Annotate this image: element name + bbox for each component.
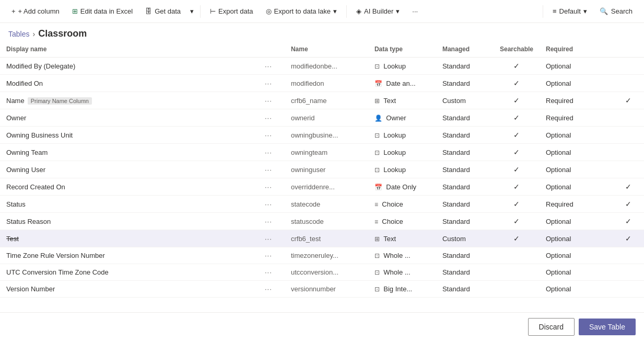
cell-actions[interactable]: ··· xyxy=(259,144,285,161)
cell-managed: Standard xyxy=(436,247,494,264)
cell-actions[interactable]: ··· xyxy=(259,75,285,92)
cell-check2 xyxy=(613,161,644,178)
cell-actions[interactable]: ··· xyxy=(259,178,285,196)
cell-data-type: ⊡ Whole ... xyxy=(368,247,436,264)
cell-searchable xyxy=(494,281,540,298)
table-row[interactable]: Status···statecode≡ ChoiceStandard✓Requi… xyxy=(0,196,644,213)
check-icon: ✓ xyxy=(513,148,520,156)
table-row[interactable]: NamePrimary Name Column···crfb6_name⊞ Te… xyxy=(0,92,644,109)
type-icon: ⊡ xyxy=(374,166,381,174)
table-row[interactable]: Time Zone Rule Version Number···timezone… xyxy=(0,247,644,264)
col-header-managed: Managed xyxy=(436,41,494,58)
search-icon: 🔍 xyxy=(600,7,608,15)
cell-display-name: UTC Conversion Time Zone Code xyxy=(0,264,259,281)
table-row[interactable]: Modified On···modifiedon📅 Date an...Stan… xyxy=(0,75,644,92)
cell-required: Optional xyxy=(540,178,613,196)
table-row[interactable]: Owning Business Unit···owningbusine...⊡ … xyxy=(0,127,644,144)
chevron-down-icon: ▾ xyxy=(190,7,194,15)
cell-managed: Standard xyxy=(436,75,494,92)
cell-actions[interactable]: ··· xyxy=(259,161,285,178)
breadcrumb-parent[interactable]: Tables xyxy=(8,30,29,38)
cell-actions[interactable]: ··· xyxy=(259,127,285,144)
table-row[interactable]: Version Number···versionnumber⊡ Big Inte… xyxy=(0,281,644,298)
cell-actions[interactable]: ··· xyxy=(259,230,285,247)
add-column-button[interactable]: + + Add column xyxy=(6,4,65,18)
export-icon: ⊢ xyxy=(210,7,216,15)
cell-data-type: ⊡ Whole ... xyxy=(368,264,436,281)
get-data-button[interactable]: 🗄 Get data xyxy=(140,4,186,18)
excel-icon: ⊞ xyxy=(72,7,78,15)
columns-table: Display name Name Data type Managed Sear… xyxy=(0,41,644,298)
col-header-dots xyxy=(259,41,285,58)
cell-managed: Standard xyxy=(436,144,494,161)
cell-managed: Standard xyxy=(436,281,494,298)
table-row[interactable]: Test···crfb6_test⊞ TextCustom✓Optional✓ xyxy=(0,230,644,247)
primary-badge: Primary Name Column xyxy=(28,97,92,105)
lake-icon: ◎ xyxy=(266,7,272,15)
cell-display-name: Owning Business Unit xyxy=(0,127,259,144)
cell-display-name: Owner xyxy=(0,109,259,127)
cell-check2 xyxy=(613,109,644,127)
cell-managed: Standard xyxy=(436,178,494,196)
cell-actions[interactable]: ··· xyxy=(259,109,285,127)
type-icon: 📅 xyxy=(374,184,384,191)
cell-required: Optional xyxy=(540,230,613,247)
check-icon: ✓ xyxy=(513,234,520,243)
cell-actions[interactable]: ··· xyxy=(259,92,285,109)
cell-check2 xyxy=(613,58,644,75)
table-header-row: Display name Name Data type Managed Sear… xyxy=(0,41,644,58)
cell-actions[interactable]: ··· xyxy=(259,213,285,230)
default-view-button[interactable]: ≡ Default ▾ xyxy=(547,4,592,18)
table-row[interactable]: Owner···ownerid👤 OwnerStandard✓Required xyxy=(0,109,644,127)
table-row[interactable]: Record Created On···overriddenre...📅 Dat… xyxy=(0,178,644,196)
cell-display-name: Status Reason xyxy=(0,213,259,230)
cell-actions[interactable]: ··· xyxy=(259,196,285,213)
table-row[interactable]: Modified By (Delegate)···modifiedonbe...… xyxy=(0,58,644,75)
edit-excel-button[interactable]: ⊞ Edit data in Excel xyxy=(67,4,138,18)
dropdown-arrow-button[interactable]: ▾ xyxy=(188,4,196,18)
cell-check2 xyxy=(613,75,644,92)
col-header-required: Required xyxy=(540,41,613,58)
cell-display-name: Status xyxy=(0,196,259,213)
table-row[interactable]: UTC Conversion Time Zone Code···utcconve… xyxy=(0,264,644,281)
type-icon: ⊡ xyxy=(374,286,381,293)
check-icon: ✓ xyxy=(513,217,520,225)
cell-logical-name: owninguser xyxy=(285,161,368,178)
type-icon: ⊡ xyxy=(374,269,381,276)
separator-3 xyxy=(543,5,543,18)
check-icon: ✓ xyxy=(513,165,520,174)
ai-builder-button[interactable]: ◈ AI Builder ▾ xyxy=(351,4,405,18)
table-row[interactable]: Owning Team···owningteam⊡ LookupStandard… xyxy=(0,144,644,161)
cell-required: Optional xyxy=(540,281,613,298)
discard-button[interactable]: Discard xyxy=(528,318,575,336)
cell-actions[interactable]: ··· xyxy=(259,264,285,281)
cell-searchable: ✓ xyxy=(494,161,540,178)
breadcrumb: Tables › Classroom xyxy=(0,23,644,41)
cell-display-name: NamePrimary Name Column xyxy=(0,92,259,109)
breadcrumb-separator: › xyxy=(32,30,35,38)
search-button[interactable]: 🔍 Search xyxy=(594,4,638,18)
cell-actions[interactable]: ··· xyxy=(259,58,285,75)
cell-display-name: Modified By (Delegate) xyxy=(0,58,259,75)
cell-logical-name: utcconversion... xyxy=(285,264,368,281)
cell-actions[interactable]: ··· xyxy=(259,247,285,264)
cell-searchable: ✓ xyxy=(494,75,540,92)
cell-managed: Standard xyxy=(436,264,494,281)
cell-data-type: 📅 Date Only xyxy=(368,178,436,196)
ai-icon: ◈ xyxy=(356,7,361,15)
save-table-button[interactable]: Save Table xyxy=(579,319,636,335)
cell-logical-name: owningbusine... xyxy=(285,127,368,144)
export-data-button[interactable]: ⊢ Export data xyxy=(205,4,259,18)
cell-searchable xyxy=(494,247,540,264)
cell-data-type: ⊡ Lookup xyxy=(368,127,436,144)
cell-required: Optional xyxy=(540,127,613,144)
cell-actions[interactable]: ··· xyxy=(259,281,285,298)
cell-required: Optional xyxy=(540,144,613,161)
cell-searchable: ✓ xyxy=(494,127,540,144)
table-row[interactable]: Status Reason···statuscode≡ ChoiceStanda… xyxy=(0,213,644,230)
cell-logical-name: statecode xyxy=(285,196,368,213)
more-button[interactable]: ··· xyxy=(407,4,423,18)
table-row[interactable]: Owning User···owninguser⊡ LookupStandard… xyxy=(0,161,644,178)
export-lake-button[interactable]: ◎ Export to data lake ▾ xyxy=(261,4,342,18)
ai-chevron: ▾ xyxy=(396,7,400,15)
